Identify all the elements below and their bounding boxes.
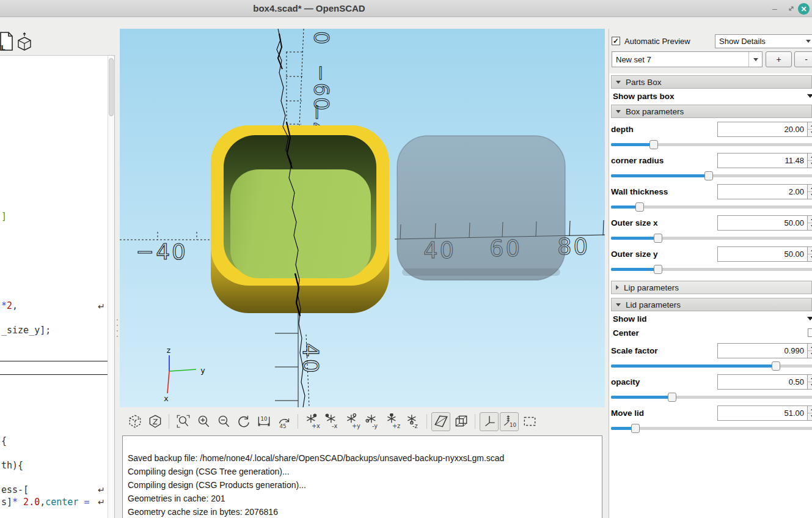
move-lid-input[interactable]: 51.00 xyxy=(717,405,808,421)
spinner-buttons[interactable] xyxy=(808,215,812,231)
editor-scrollbar[interactable] xyxy=(108,56,114,518)
center-checkbox[interactable] xyxy=(808,328,812,337)
spinner-buttons[interactable] xyxy=(808,246,812,262)
view-minus-y-button[interactable]: -y xyxy=(363,412,382,431)
slider-handle[interactable] xyxy=(668,393,676,402)
close-button[interactable]: ✕ xyxy=(798,3,810,15)
center-row[interactable]: Center xyxy=(611,326,812,339)
spinner-buttons[interactable] xyxy=(808,374,812,390)
view-plus-x-button[interactable]: +x xyxy=(302,412,321,431)
collapse-triangle-icon xyxy=(616,81,621,84)
minimize-button[interactable]: – xyxy=(769,2,781,15)
spinner-buttons[interactable] xyxy=(808,153,812,168)
show-axes-button[interactable] xyxy=(480,412,499,431)
preset-dropdown[interactable]: New set 7 xyxy=(612,51,763,67)
scale-markers-icon: 10 xyxy=(502,413,518,429)
render-button[interactable] xyxy=(16,32,33,53)
zoom-all-button[interactable] xyxy=(174,412,192,431)
slider-handle[interactable] xyxy=(654,234,662,243)
scale-factor-slider[interactable] xyxy=(611,361,812,371)
show-lid-row[interactable]: Show lid xyxy=(611,312,812,325)
preview-button[interactable] xyxy=(125,412,144,431)
perspective-view-button[interactable] xyxy=(431,412,450,431)
wall-thickness-input[interactable]: 2.00 xyxy=(717,184,808,199)
zoom-out-button[interactable] xyxy=(214,412,233,431)
add-preset-button[interactable]: + xyxy=(766,51,792,67)
slider-handle[interactable] xyxy=(635,202,644,212)
slider-handle[interactable] xyxy=(704,171,713,180)
render-view-button[interactable] xyxy=(145,412,164,431)
slider-handle[interactable] xyxy=(772,361,780,371)
show-parts-box-row[interactable]: Show parts box xyxy=(611,89,812,103)
view-all-icon: 10 xyxy=(256,413,272,429)
remove-preset-button[interactable]: - xyxy=(794,51,812,67)
details-dropdown[interactable]: Show Details xyxy=(715,34,812,48)
svg-text:TL: TL xyxy=(0,44,5,52)
slider-handle[interactable] xyxy=(649,140,658,149)
outer-size-y-input[interactable]: 50.00 xyxy=(717,246,808,262)
svg-text:+y: +y xyxy=(351,423,360,429)
automatic-preview-checkbox[interactable]: ✓ xyxy=(612,37,620,45)
svg-text:-x: -x xyxy=(331,423,337,429)
section-parts-box[interactable]: Parts Box xyxy=(611,75,812,89)
code-editor[interactable]: ] *2, _size_y]; { th){ ess-[ s]* 2.0,cen… xyxy=(0,55,115,518)
spinner-buttons[interactable] xyxy=(808,343,812,358)
view-plus-z-button[interactable]: +z xyxy=(383,412,402,431)
view-minus-y-icon: -y xyxy=(365,413,381,429)
spinner-buttons[interactable] xyxy=(808,184,812,199)
line-wrap-icon: ↵ xyxy=(98,497,105,507)
svg-text:0: 0 xyxy=(309,31,334,46)
section-box-parameters[interactable]: Box parameters xyxy=(611,105,812,118)
editor-viewport-splitter[interactable] xyxy=(115,17,120,518)
view-minus-x-button[interactable]: -x xyxy=(323,412,342,431)
scale-factor-input[interactable]: 0.990 xyxy=(717,343,808,358)
outer-size-x-input[interactable]: 50.00 xyxy=(717,215,808,231)
slider-handle[interactable] xyxy=(631,424,640,433)
svg-text:x: x xyxy=(164,394,169,403)
spinner-buttons[interactable] xyxy=(808,122,812,137)
depth-input[interactable]: 20.00 xyxy=(717,122,808,137)
svg-text:10: 10 xyxy=(260,416,267,422)
show-scale-markers-button[interactable]: 10 xyxy=(500,412,519,431)
reset-view-button[interactable] xyxy=(234,412,253,431)
maximize-icon xyxy=(788,5,795,12)
zoom-in-button[interactable] xyxy=(194,412,213,431)
move-lid-slider[interactable] xyxy=(611,423,812,433)
opacity-input[interactable]: 0.50 xyxy=(717,374,808,390)
view-plus-y-button[interactable]: +y xyxy=(343,412,362,431)
orthogonal-view-button[interactable] xyxy=(452,412,470,431)
view-minus-z-button[interactable]: -z xyxy=(403,412,422,431)
export-stl-button[interactable]: TL xyxy=(0,31,15,55)
opacity-slider[interactable] xyxy=(611,392,812,402)
slider-handle[interactable] xyxy=(654,265,662,274)
depth-slider[interactable] xyxy=(611,139,812,149)
section-lid-parameters[interactable]: Lid parameters xyxy=(611,298,812,311)
lid-model xyxy=(397,136,565,280)
svg-text:-z: -z xyxy=(412,423,417,429)
render-icon xyxy=(147,413,163,429)
export-stl-icon: TL xyxy=(0,31,15,53)
view-plus-y-icon: +y xyxy=(345,413,360,429)
code-line: ] xyxy=(1,211,7,222)
rotate-45-icon: 45 xyxy=(276,413,292,429)
console-output[interactable]: Saved backup file: /home/none4/.local/sh… xyxy=(122,435,602,518)
outer-size-x-slider[interactable] xyxy=(611,233,812,243)
svg-text:+z: +z xyxy=(392,423,400,429)
outer-size-y-slider[interactable] xyxy=(611,264,812,274)
editor-scrollbar-thumb[interactable] xyxy=(109,58,114,116)
automatic-preview-label: Automatic Preview xyxy=(624,37,690,46)
code-line: _size_y]; xyxy=(1,325,51,336)
corner-radius-slider[interactable] xyxy=(611,171,812,180)
view-all-button[interactable]: 10 xyxy=(254,412,273,431)
maximize-button[interactable] xyxy=(785,2,797,15)
corner-radius-input[interactable]: 11.48 xyxy=(717,153,808,168)
view-toolbar: 10 45 +x -x +y -y xyxy=(120,407,605,435)
3d-viewport[interactable]: 0 −60 −40 −40 40 60 80 40 xyxy=(120,29,605,407)
param-corner-radius: corner radius 11.48 xyxy=(611,152,812,180)
view-boundary-button[interactable] xyxy=(520,412,539,431)
axis-label-left: −40 xyxy=(136,239,188,264)
section-lip-parameters[interactable]: Lip parameters xyxy=(611,281,812,294)
rotate-45-button[interactable]: 45 xyxy=(274,412,293,431)
spinner-buttons[interactable] xyxy=(808,405,812,421)
wall-thickness-slider[interactable] xyxy=(611,202,812,212)
